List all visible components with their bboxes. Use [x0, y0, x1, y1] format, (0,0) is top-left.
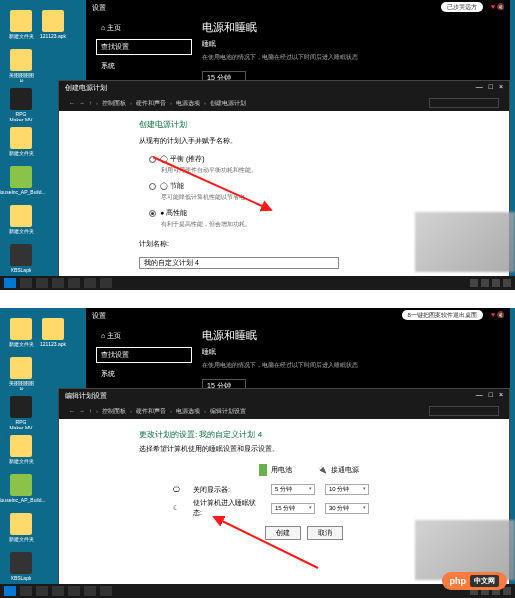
sleep-section-label: 睡眠 — [202, 39, 500, 49]
radio-high-desc: 有利于提高性能，但会增加功耗。 — [161, 220, 449, 229]
taskbar — [0, 584, 515, 598]
row-label: 关闭显示器: — [193, 485, 261, 495]
taskbar-item[interactable] — [36, 278, 48, 288]
desktop-icon[interactable]: 新建文件夹 — [8, 205, 34, 238]
screenshot-1-desktop: 新建文件夹 121123.apk 美图图图图片 RPG Maker MV 新建文… — [0, 0, 515, 290]
taskbar-item[interactable] — [84, 586, 96, 596]
desktop-icon[interactable]: XBSLapk — [8, 552, 34, 585]
crumb[interactable]: 硬件和声音 — [136, 99, 166, 108]
nav-search[interactable]: 查找设置 — [96, 39, 192, 55]
nav-system[interactable]: 系统 — [96, 58, 192, 74]
taskbar-item[interactable] — [20, 586, 32, 596]
tray-icon[interactable] — [503, 279, 511, 287]
folder-icon — [10, 205, 32, 227]
taskbar-item[interactable] — [68, 586, 80, 596]
back-icon[interactable]: ← — [69, 408, 75, 414]
back-icon[interactable]: ← — [69, 100, 75, 106]
close-button[interactable]: × — [499, 391, 503, 401]
tray-icon[interactable] — [481, 279, 489, 287]
settings-window: 设置 8一键把图案软件退出桌面 ♥ 🔇 ⌂ 主页 查找设置 系统 电源和睡眠 睡… — [86, 308, 510, 388]
desktop-icon[interactable]: 121123.apk — [40, 318, 66, 351]
crumb[interactable]: 硬件和声音 — [136, 407, 166, 416]
folder-icon — [10, 49, 32, 71]
up-icon[interactable]: ↑ — [89, 100, 92, 106]
taskbar-item[interactable] — [84, 278, 96, 288]
tray-icon[interactable] — [470, 279, 478, 287]
crumb[interactable]: 编辑计划设置 — [210, 407, 246, 416]
nav-home[interactable]: ⌂ 主页 — [96, 328, 192, 344]
nav-search[interactable]: 查找设置 — [96, 347, 192, 363]
sleep-section-label: 睡眠 — [202, 347, 500, 357]
crumb[interactable]: 电源选项 — [176, 407, 200, 416]
desktop-icon[interactable]: 新建文件夹 — [8, 318, 34, 351]
desktop-icon[interactable]: 新建文件夹 — [8, 435, 34, 468]
desktop-icon[interactable]: 新建文件夹 — [8, 10, 34, 43]
page-heading: 更改计划的设置: 我的自定义计划 4 — [139, 429, 469, 440]
sleep-note: 在使用电池的情况下，电脑在经过以下时间后进入睡眠状态 — [202, 53, 500, 62]
desktop-icon[interactable]: XBSLapk — [8, 244, 34, 277]
breadcrumb: ← → ↑ ›控制面板 ›硬件和声音 ›电源选项 ›创建电源计划 — [59, 95, 509, 111]
start-button[interactable] — [4, 278, 16, 288]
desktop-icon[interactable]: MouseInc_AP_Build... — [8, 474, 34, 507]
radio-saver[interactable]: ◯ 节能 — [149, 181, 449, 191]
create-button[interactable]: 创建 — [265, 526, 301, 540]
crumb[interactable]: 电源选项 — [176, 99, 200, 108]
row-sleep: ☾ 使计算机进入睡眠状态: 15 分钟 30 分钟 — [169, 498, 469, 518]
heart-icon: ♥ — [491, 3, 495, 10]
forward-icon[interactable]: → — [79, 408, 85, 414]
forward-icon[interactable]: → — [79, 100, 85, 106]
nav-system[interactable]: 系统 — [96, 366, 192, 382]
sleep-plugged-dropdown[interactable]: 30 分钟 — [325, 503, 369, 514]
app-icon — [10, 166, 32, 188]
row-display: 🖵 关闭显示器: 5 分钟 10 分钟 — [169, 484, 469, 495]
display-battery-dropdown[interactable]: 5 分钟 — [271, 484, 315, 495]
radio-balanced-desc: 利用可用硬件自动平衡功耗和性能。 — [161, 166, 449, 175]
desktop-icon[interactable]: 美图图图图片 — [8, 49, 34, 82]
taskbar-item[interactable] — [52, 586, 64, 596]
battery-icon — [259, 464, 267, 476]
desktop-icon[interactable]: 美图图图图片 — [8, 357, 34, 390]
crumb[interactable]: 控制面板 — [102, 407, 126, 416]
tray-icon[interactable] — [492, 279, 500, 287]
settings-sidebar: ⌂ 主页 查找设置 系统 — [96, 328, 192, 393]
minimize-button[interactable]: — — [476, 391, 483, 401]
crumb[interactable]: 创建电源计划 — [210, 99, 246, 108]
taskbar-item[interactable] — [52, 278, 64, 288]
plan-name-label: 计划名称: — [139, 239, 449, 249]
search-input[interactable] — [429, 98, 499, 108]
display-plugged-dropdown[interactable]: 10 分钟 — [325, 484, 369, 495]
radio-label: ● 高性能 — [160, 208, 187, 218]
search-input[interactable] — [429, 406, 499, 416]
sleep-battery-dropdown[interactable]: 15 分钟 — [271, 503, 315, 514]
radio-balanced[interactable]: ◯ 平衡 (推荐) — [149, 154, 449, 164]
plan-name-input[interactable] — [139, 257, 339, 269]
tray-icon[interactable] — [503, 587, 511, 595]
desktop-icon[interactable]: 新建文件夹 — [8, 127, 34, 160]
watermark-brand: php — [450, 576, 467, 586]
maximize-button[interactable]: □ — [489, 83, 493, 93]
desktop-icon[interactable]: 新建文件夹 — [8, 513, 34, 546]
desktop-icon[interactable]: MouseInc_AP_Build... — [8, 166, 34, 199]
app-icon — [10, 396, 32, 418]
moon-icon: ☾ — [169, 504, 183, 512]
page-title: 电源和睡眠 — [202, 20, 500, 35]
cancel-button[interactable]: 取消 — [307, 526, 343, 540]
desktop-icon[interactable]: RPG Maker MV — [8, 396, 34, 429]
up-icon[interactable]: ↑ — [89, 408, 92, 414]
radio-high[interactable]: ● 高性能 — [149, 208, 449, 218]
taskbar-item[interactable] — [20, 278, 32, 288]
nav-home[interactable]: ⌂ 主页 — [96, 20, 192, 36]
start-button[interactable] — [4, 586, 16, 596]
taskbar-item[interactable] — [68, 278, 80, 288]
radio-icon — [149, 210, 156, 217]
taskbar-item[interactable] — [100, 586, 112, 596]
desktop-icon[interactable]: 121123.apk — [40, 10, 66, 43]
maximize-button[interactable]: □ — [489, 391, 493, 401]
crumb[interactable]: 控制面板 — [102, 99, 126, 108]
close-button[interactable]: × — [499, 83, 503, 93]
page-subtext: 从现有的计划入手并赋予名称。 — [139, 136, 449, 146]
taskbar-item[interactable] — [100, 278, 112, 288]
taskbar-item[interactable] — [36, 586, 48, 596]
desktop-icon[interactable]: RPG Maker MV — [8, 88, 34, 121]
minimize-button[interactable]: — — [476, 83, 483, 93]
